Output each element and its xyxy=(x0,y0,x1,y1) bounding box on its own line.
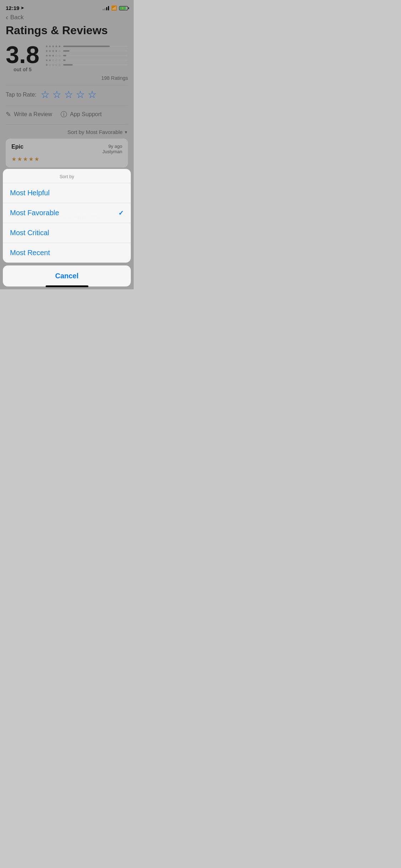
sort-most-recent[interactable]: Most Recent xyxy=(3,243,131,263)
home-indicator xyxy=(46,285,88,287)
sort-most-favorable-label: Most Favorable xyxy=(10,209,59,217)
sort-most-critical-label: Most Critical xyxy=(10,229,49,237)
cancel-button[interactable]: Cancel xyxy=(3,265,131,286)
checkmark-icon: ✓ xyxy=(118,209,124,217)
action-sheet: Sort by Most Helpful Most Favorable ✓ Mo… xyxy=(3,169,131,263)
sort-most-critical[interactable]: Most Critical xyxy=(3,223,131,243)
sort-most-helpful[interactable]: Most Helpful xyxy=(3,183,131,203)
sort-most-helpful-label: Most Helpful xyxy=(10,189,50,197)
sort-most-favorable[interactable]: Most Favorable ✓ xyxy=(3,203,131,223)
action-sheet-wrapper: Sort by Most Helpful Most Favorable ✓ Mo… xyxy=(0,169,134,289)
cancel-sheet: Cancel xyxy=(3,265,131,286)
action-sheet-title: Sort by xyxy=(3,169,131,183)
sort-most-recent-label: Most Recent xyxy=(10,249,50,257)
